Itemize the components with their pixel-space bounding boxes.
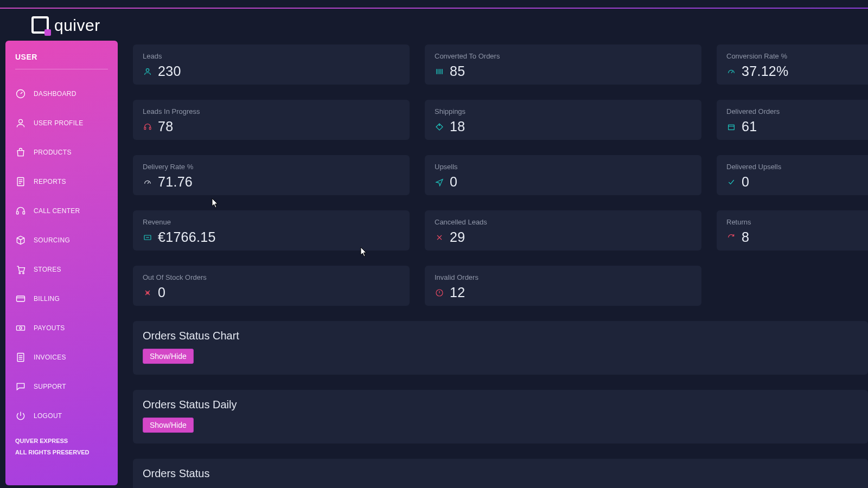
sidebar-item-label: REPORTS	[34, 178, 66, 185]
stat-title: Leads	[143, 52, 400, 60]
sidebar-item-dashboard[interactable]: DASHBOARD	[15, 79, 108, 108]
orders-status-chart-panel: Orders Status Chart Show/Hide	[133, 321, 868, 375]
card-icon	[15, 293, 26, 304]
speed-icon	[143, 177, 152, 187]
show-hide-button[interactable]: Show/Hide	[143, 349, 194, 364]
stat-title: Shippings	[435, 107, 692, 115]
check-icon	[726, 177, 736, 187]
sidebar-item-label: USER PROFILE	[34, 119, 84, 127]
sidebar-item-sourcing[interactable]: SOURCING	[15, 226, 108, 255]
logo-mark-icon	[31, 16, 50, 35]
sidebar-item-label: STORES	[34, 266, 61, 273]
stat-card-cancelled-leads: Cancelled Leads29	[425, 210, 701, 251]
panel-title: Orders Status Daily	[143, 399, 858, 411]
stat-title: Upsells	[435, 163, 692, 171]
stat-value: 61	[742, 119, 757, 134]
stat-card-invalid-orders: Invalid Orders12	[425, 266, 701, 306]
invoice-icon	[15, 352, 26, 363]
refresh-icon	[726, 233, 736, 242]
accent-topline	[0, 8, 868, 9]
footer-line-1: QUIVER EXPRESS	[15, 435, 90, 447]
brand-logo: quiver	[31, 16, 100, 35]
panel-title: Orders Status Chart	[143, 330, 858, 342]
sidebar-footer: QUIVER EXPRESS ALL RIGHTS PRESERVED	[15, 435, 90, 458]
panel-title: Orders Status	[143, 467, 858, 480]
speed-icon	[726, 67, 736, 76]
sidebar-item-label: SUPPORT	[34, 383, 66, 390]
stat-title: Cancelled Leads	[435, 218, 692, 226]
stat-card-out-of-stock-orders: Out Of Stock Orders0	[133, 266, 410, 306]
stat-title: Returns	[726, 218, 868, 226]
sidebar: USER DASHBOARDUSER PROFILEPRODUCTSREPORT…	[5, 41, 118, 485]
stat-value: 71.76	[158, 174, 193, 190]
stat-value: 230	[158, 63, 181, 79]
stat-value: 12	[450, 285, 465, 300]
bag-icon	[15, 147, 26, 158]
brand-name: quiver	[54, 16, 100, 35]
tags-icon	[435, 122, 444, 132]
stat-value: 85	[450, 63, 465, 79]
user-icon	[143, 67, 152, 76]
sidebar-section-label: USER	[15, 53, 108, 69]
x-icon	[435, 233, 444, 242]
stat-title: Delivery Rate %	[143, 163, 400, 171]
stat-title: Converted To Orders	[435, 52, 692, 60]
stat-title: Leads In Progress	[143, 107, 400, 115]
sidebar-item-label: LOGOUT	[34, 412, 62, 420]
stat-card-shippings: Shippings18	[425, 100, 701, 140]
stat-card-delivered-upsells: Delivered Upsells0	[717, 155, 868, 195]
stat-value: 29	[450, 229, 465, 245]
stat-card-converted-to-orders: Converted To Orders85	[425, 44, 701, 85]
stat-card-revenue: Revenue€1766.15	[133, 210, 410, 251]
stat-value: 0	[158, 285, 165, 300]
sidebar-item-support[interactable]: SUPPORT	[15, 372, 108, 401]
gauge-icon	[15, 88, 26, 99]
stat-card-conversion-rate-: Conversion Rate %37.12%	[717, 44, 868, 85]
stats-grid: Leads230Converted To Orders85Conversion …	[133, 44, 868, 306]
sidebar-item-label: PAYOUTS	[34, 324, 65, 332]
sidebar-item-stores[interactable]: STORES	[15, 255, 108, 284]
stat-value: 0	[450, 174, 457, 190]
power-icon	[15, 410, 26, 421]
box-icon	[726, 122, 736, 132]
stat-card-delivery-rate-: Delivery Rate %71.76	[133, 155, 410, 195]
sidebar-item-call-center[interactable]: CALL CENTER	[15, 196, 108, 226]
stat-title: Revenue	[143, 218, 400, 226]
stat-card-leads-in-progress: Leads In Progress78	[133, 100, 410, 140]
sidebar-nav: DASHBOARDUSER PROFILEPRODUCTSREPORTSCALL…	[15, 79, 108, 431]
alert-icon	[435, 288, 444, 298]
orders-status-panel: Orders Status	[133, 459, 868, 488]
money-icon	[143, 233, 152, 242]
cash-icon	[15, 323, 26, 333]
sidebar-item-label: DASHBOARD	[34, 90, 76, 98]
send-icon	[435, 177, 444, 187]
stat-card-delivered-orders: Delivered Orders61	[717, 100, 868, 140]
stat-value: 18	[450, 119, 465, 134]
tools-icon	[143, 288, 152, 298]
stat-card-leads: Leads230	[133, 44, 410, 85]
sidebar-item-billing[interactable]: BILLING	[15, 284, 108, 313]
stat-title: Invalid Orders	[435, 273, 692, 281]
stat-title: Out Of Stock Orders	[143, 273, 400, 281]
sidebar-item-label: PRODUCTS	[34, 149, 72, 156]
headset-icon	[143, 122, 152, 132]
barcode-icon	[435, 67, 444, 76]
sidebar-item-payouts[interactable]: PAYOUTS	[15, 313, 108, 343]
sidebar-item-products[interactable]: PRODUCTS	[15, 138, 108, 167]
sidebar-item-label: SOURCING	[34, 236, 70, 244]
sidebar-item-label: CALL CENTER	[34, 207, 80, 215]
show-hide-button[interactable]: Show/Hide	[143, 418, 194, 433]
main-content: Leads230Converted To Orders85Conversion …	[133, 44, 868, 488]
sidebar-item-user-profile[interactable]: USER PROFILE	[15, 108, 108, 138]
chat-icon	[15, 381, 26, 392]
sidebar-item-invoices[interactable]: INVOICES	[15, 343, 108, 372]
stat-title: Delivered Upsells	[726, 163, 868, 171]
doc-icon	[15, 176, 26, 187]
stat-title: Delivered Orders	[726, 107, 868, 115]
stat-title: Conversion Rate %	[726, 52, 868, 60]
stat-card-returns: Returns8	[717, 210, 868, 251]
sidebar-item-reports[interactable]: REPORTS	[15, 167, 108, 196]
user-icon	[15, 118, 26, 129]
orders-status-daily-panel: Orders Status Daily Show/Hide	[133, 390, 868, 444]
sidebar-item-logout[interactable]: LOGOUT	[15, 401, 108, 431]
